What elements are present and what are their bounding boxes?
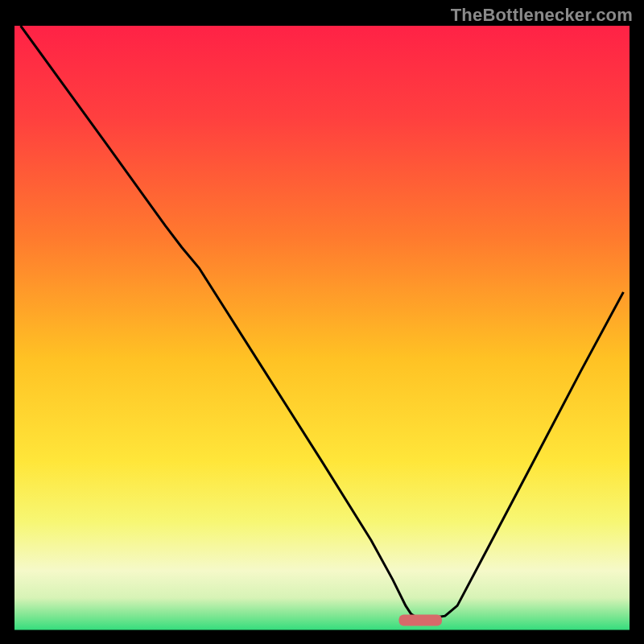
optimal-marker xyxy=(399,614,442,625)
attribution-label: TheBottlenecker.com xyxy=(451,5,633,26)
chart-frame: TheBottlenecker.com xyxy=(0,0,644,644)
bottleneck-chart xyxy=(0,0,644,644)
gradient-background xyxy=(14,26,630,631)
